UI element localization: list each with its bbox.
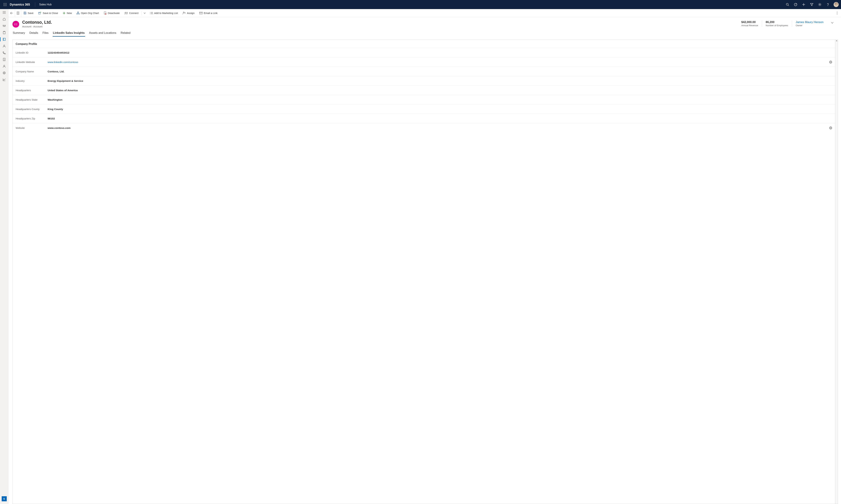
tab-linkedin-sales-insights[interactable]: LinkedIn Sales Insights bbox=[53, 30, 85, 37]
field-row[interactable]: Industry Energy Equipment & Service bbox=[13, 76, 835, 86]
user-avatar[interactable] bbox=[834, 2, 839, 7]
field-value: 98102 bbox=[48, 117, 832, 120]
svg-rect-46 bbox=[24, 13, 26, 14]
quick-create-button[interactable] bbox=[800, 0, 808, 9]
help-button[interactable] bbox=[824, 0, 832, 9]
task-flow-button[interactable] bbox=[792, 0, 800, 9]
help-icon bbox=[826, 3, 829, 6]
command-overflow-button[interactable] bbox=[835, 9, 840, 17]
nav-alerts[interactable] bbox=[0, 56, 8, 63]
field-row[interactable]: LinkedIn Website www.linkedin.com/contos… bbox=[13, 57, 835, 67]
advanced-find-button[interactable] bbox=[808, 0, 816, 9]
tab-summary[interactable]: Summary bbox=[13, 30, 25, 37]
connect-dropdown-button[interactable] bbox=[142, 9, 148, 17]
svg-point-26 bbox=[5, 25, 5, 26]
save-close-button[interactable]: Save & Close bbox=[36, 9, 61, 17]
stat-revenue-label: Annual Revenue bbox=[741, 24, 758, 27]
field-label: Headquarters State bbox=[16, 98, 48, 101]
svg-point-72 bbox=[837, 14, 838, 15]
svg-point-8 bbox=[6, 5, 6, 6]
back-arrow-icon bbox=[10, 12, 13, 15]
field-value: Unted States of America bbox=[48, 89, 832, 92]
search-button[interactable] bbox=[784, 0, 792, 9]
nav-pinned[interactable] bbox=[0, 29, 8, 36]
plus-icon bbox=[802, 3, 805, 6]
clipboard-icon bbox=[3, 31, 5, 34]
field-value-link[interactable]: www.linkedin.com/contoso bbox=[48, 61, 829, 64]
nav-calls[interactable] bbox=[0, 49, 8, 56]
add-marketing-button[interactable]: Add to Marketing List bbox=[148, 9, 180, 17]
chevron-down-icon bbox=[831, 22, 834, 24]
vertical-scrollbar[interactable] bbox=[835, 40, 838, 504]
svg-point-61 bbox=[126, 12, 127, 13]
save-close-label: Save & Close bbox=[43, 12, 58, 15]
field-row[interactable]: Headquarters Unted States of America bbox=[13, 86, 835, 95]
field-value: Contoso, Ltd. bbox=[48, 70, 832, 73]
field-row[interactable]: Headquarters State Washington bbox=[13, 95, 835, 104]
nav-home[interactable] bbox=[0, 16, 8, 22]
svg-rect-45 bbox=[24, 12, 25, 13]
svg-point-4 bbox=[5, 4, 5, 5]
nav-people[interactable] bbox=[0, 63, 8, 70]
nav-recent[interactable] bbox=[0, 22, 8, 29]
nav-toggle-button[interactable] bbox=[0, 9, 8, 16]
save-button[interactable]: Save bbox=[21, 9, 36, 17]
field-row[interactable]: LinkedIn ID 122243454453412 bbox=[13, 48, 835, 57]
tab-assets-locations[interactable]: Assets and Locations bbox=[89, 30, 117, 37]
header-stats: $42,000.00 Annual Revenue 86,200 Number … bbox=[741, 20, 827, 27]
field-row[interactable]: Website www.contoso.com bbox=[13, 123, 835, 132]
nav-accounts[interactable] bbox=[0, 36, 8, 43]
connect-icon bbox=[124, 12, 128, 15]
field-row[interactable]: Headquarters County King County bbox=[13, 104, 835, 114]
save-icon bbox=[23, 12, 27, 15]
field-label: Industry bbox=[16, 79, 48, 82]
connect-label: Connect bbox=[129, 12, 139, 15]
record-header: CC Contonso, Ltd. Account · Account $42,… bbox=[8, 17, 841, 28]
record-subtitle: Account · Account bbox=[22, 25, 52, 28]
svg-point-68 bbox=[183, 12, 184, 13]
email-link-button[interactable]: Email a Link bbox=[197, 9, 220, 17]
nav-contacts[interactable] bbox=[0, 43, 8, 49]
globe-icon[interactable] bbox=[829, 126, 832, 129]
field-row[interactable]: Headquarters Zip 98102 bbox=[13, 114, 835, 123]
add-marketing-label: Add to Marketing List bbox=[154, 12, 178, 15]
tab-details[interactable]: Details bbox=[29, 30, 38, 37]
svg-rect-47 bbox=[39, 12, 40, 13]
person-outline-icon bbox=[3, 65, 6, 68]
nav-goals[interactable] bbox=[0, 70, 8, 76]
form-selector-button[interactable] bbox=[15, 9, 21, 17]
tab-related[interactable]: Related bbox=[120, 30, 131, 37]
field-label: Headquarters bbox=[16, 89, 48, 92]
area-switcher[interactable]: S bbox=[2, 496, 7, 501]
stat-owner-label: Owner bbox=[796, 24, 824, 27]
deactivate-button[interactable]: Deactivate bbox=[101, 9, 122, 17]
svg-point-60 bbox=[125, 12, 126, 13]
stat-owner-value[interactable]: James Maury Henson bbox=[796, 20, 824, 24]
tab-files[interactable]: Files bbox=[42, 30, 49, 37]
nav-analytics[interactable] bbox=[0, 76, 8, 83]
new-button[interactable]: New bbox=[61, 9, 74, 17]
svg-line-10 bbox=[788, 5, 789, 6]
svg-point-37 bbox=[3, 72, 5, 74]
back-button[interactable] bbox=[8, 9, 15, 17]
plus-icon bbox=[63, 12, 65, 15]
assign-button[interactable]: Assign bbox=[180, 9, 197, 17]
brand-label[interactable]: Dynamics 365 bbox=[9, 3, 32, 6]
header-expand-button[interactable] bbox=[827, 20, 834, 24]
open-org-chart-button[interactable]: Open Org Chart bbox=[74, 9, 101, 17]
record-avatar: CC bbox=[13, 21, 19, 28]
svg-point-16 bbox=[819, 4, 820, 5]
settings-button[interactable] bbox=[816, 0, 824, 9]
connect-button[interactable]: Connect bbox=[122, 9, 141, 17]
compass-icon bbox=[794, 3, 797, 6]
app-name-label[interactable]: Sales Hub bbox=[37, 3, 52, 6]
field-label: LinkedIn ID bbox=[16, 51, 48, 54]
globe-icon[interactable] bbox=[829, 61, 832, 64]
svg-point-71 bbox=[837, 13, 838, 13]
app-launcher-button[interactable] bbox=[1, 0, 9, 9]
svg-rect-52 bbox=[79, 14, 80, 14]
svg-point-34 bbox=[4, 60, 4, 60]
home-icon bbox=[3, 18, 6, 21]
field-row[interactable]: Company Name Contoso, Ltd. bbox=[13, 67, 835, 76]
field-value: Energy Equipment & Service bbox=[48, 79, 832, 83]
